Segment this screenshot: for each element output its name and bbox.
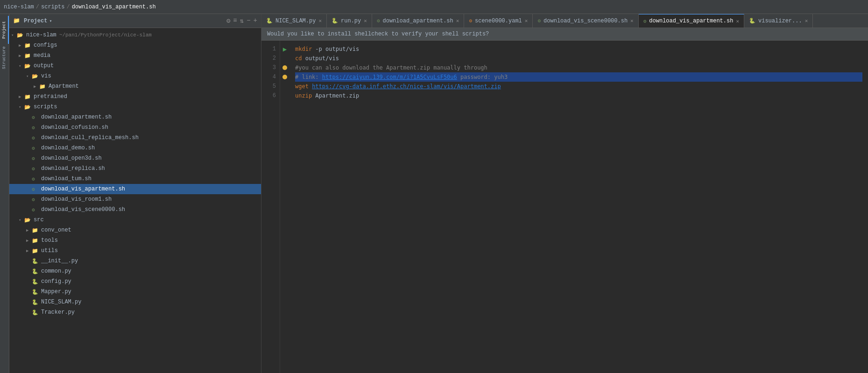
- expand-icon[interactable]: +: [254, 17, 257, 25]
- file-py-icon: 🐍: [32, 268, 39, 274]
- file-sh-icon: ⚙: [32, 197, 39, 203]
- file-py-icon: 🐍: [32, 299, 39, 305]
- tree-item-common-py[interactable]: 🐍 common.py: [9, 266, 261, 276]
- tree-label-dl-replica: download_replica.sh: [41, 165, 105, 172]
- tree-item-vis[interactable]: ▾ 📂 vis: [9, 71, 261, 81]
- tree-item-pretrained[interactable]: ▶ 📁 pretrained: [9, 91, 261, 102]
- folder-icon: 📁: [24, 42, 32, 49]
- tree-item-tools[interactable]: ▶ 📁 tools: [9, 235, 261, 246]
- tab-close-nice-slam[interactable]: ✕: [318, 18, 322, 24]
- tree-item-utils[interactable]: ▶ 📁 utils: [9, 246, 261, 256]
- tab-close-scene0000[interactable]: ✕: [525, 18, 528, 24]
- tree-label-dl-apartment: download_apartment.sh: [41, 114, 112, 120]
- run-marker-1[interactable]: ▶: [280, 44, 289, 54]
- tree-label-conv-onet: conv_onet: [41, 227, 71, 233]
- tree-item-src[interactable]: ▾ 📂 src: [9, 215, 261, 225]
- code-token: #you can also download the Apartment.zip…: [295, 63, 487, 72]
- code-url-token[interactable]: https://cvg-data.inf.ethz.ch/nice-slam/v…: [312, 82, 501, 91]
- tree-item-nice-slam-py[interactable]: 🐍 NICE_SLAM.py: [9, 297, 261, 307]
- tree-item-dl-open3d[interactable]: ⚙ download_open3d.sh: [9, 153, 261, 163]
- code-content[interactable]: mkdir -p output/vis cd output/vis #you c…: [289, 41, 868, 373]
- sort-icon[interactable]: ⇅: [240, 17, 244, 25]
- tab-dl-vis-apartment[interactable]: ⚙ download_vis_apartment.sh ✕: [639, 14, 744, 28]
- line-gutter: ▶: [280, 41, 289, 373]
- tab-sh-icon: ⚙: [643, 18, 647, 24]
- tree-item-dl-vis-scene[interactable]: ⚙ download_vis_scene0000.sh: [9, 204, 261, 215]
- tab-label-dl-vis-apartment: download_vis_apartment.sh: [649, 18, 733, 24]
- tab-visualizer[interactable]: 🐍 visualizer... ✕: [744, 14, 813, 28]
- tree-label-tracker-py: Tracker.py: [41, 309, 75, 316]
- code-token: unzip: [295, 91, 312, 100]
- tree-item-media[interactable]: ▶ 📁 media: [9, 50, 261, 61]
- tree-root-label: nice-slam: [26, 32, 56, 38]
- tree-item-dl-demo[interactable]: ⚙ download_demo.sh: [9, 143, 261, 153]
- tree-item-configs[interactable]: ▶ 📁 configs: [9, 40, 261, 50]
- chevron-down-icon: ▾: [26, 74, 31, 79]
- chevron-down-icon: ▾: [19, 218, 23, 223]
- code-url-token[interactable]: https://caiyun.139.com/m/i?1A5CvuLsF50u6: [322, 72, 457, 82]
- chevron-right-icon: ▶: [34, 84, 38, 89]
- tree-item-dl-replica[interactable]: ⚙ download_replica.sh: [9, 163, 261, 174]
- tab-download-apartment[interactable]: ⚙ download_apartment.sh ✕: [372, 14, 464, 28]
- folder-open-icon: 📂: [24, 63, 32, 69]
- tree-item-scripts[interactable]: ▾ 📂 scripts: [9, 102, 261, 112]
- tree-item-dl-tum[interactable]: ⚙ download_tum.sh: [9, 174, 261, 184]
- code-line-5: wget https://cvg-data.inf.ethz.ch/nice-s…: [295, 82, 862, 91]
- tree-item-dl-vis-room1[interactable]: ⚙ download_vis_room1.sh: [9, 194, 261, 204]
- folder-open-icon: 📂: [24, 217, 32, 223]
- code-line-1: mkdir -p output/vis: [295, 44, 862, 54]
- sidebar-item-structure[interactable]: Structure: [0, 44, 9, 72]
- code-line-3: #you can also download the Apartment.zip…: [295, 63, 862, 72]
- warning-marker-3: [280, 63, 289, 72]
- tree-label-common-py: common.py: [41, 268, 71, 274]
- tree-item-dl-vis-apartment[interactable]: ⚙ download_vis_apartment.sh: [9, 184, 261, 194]
- tree-label-mapper-py: Mapper.py: [41, 289, 71, 295]
- title-part-3: download_vis_apartment.sh: [72, 4, 156, 10]
- tab-close-visualizer[interactable]: ✕: [805, 18, 808, 24]
- tab-py-icon: 🐍: [749, 18, 755, 24]
- gutter-empty-2: [280, 54, 289, 63]
- tree-item-dl-apartment[interactable]: ⚙ download_apartment.sh: [9, 112, 261, 122]
- tree-root[interactable]: ▾ 📂 nice-slam ~/pan1/PythonProject/nice-…: [9, 30, 261, 40]
- tab-scene0000[interactable]: ⚙ scene0000.yaml ✕: [464, 14, 533, 28]
- project-panel: 📁 Project ▾ ⚙ ≡ ⇅ − + ▾ 📂 nice-slam ~/pa…: [9, 14, 261, 373]
- tree-item-output[interactable]: ▾ 📂 output: [9, 61, 261, 71]
- tab-nice-slam[interactable]: 🐍 NICE_SLAM.py ✕: [261, 14, 327, 28]
- tree-item-dl-cofusion[interactable]: ⚙ download_cofusion.sh: [9, 122, 261, 133]
- tab-close-dl-vis-scene[interactable]: ✕: [630, 18, 634, 24]
- file-sh-icon: ⚙: [32, 145, 39, 151]
- file-py-icon: 🐍: [32, 279, 39, 285]
- notification-text: Would you like to install shellcheck to …: [267, 31, 489, 37]
- warning-marker-4: [280, 72, 289, 82]
- tree-item-init-py[interactable]: 🐍 __init__.py: [9, 256, 261, 266]
- tab-close-dl-vis-apartment[interactable]: ✕: [736, 18, 739, 24]
- tree-label-output: output: [34, 63, 54, 69]
- tab-close-run[interactable]: ✕: [364, 18, 367, 24]
- file-py-icon: 🐍: [32, 289, 39, 295]
- code-token: -p: [312, 44, 325, 54]
- code-token: mkdir: [295, 44, 312, 54]
- tree-item-apartment[interactable]: ▶ 📁 Apartment: [9, 81, 261, 91]
- tree-item-tracker-py[interactable]: 🐍 Tracker.py: [9, 307, 261, 317]
- warning-dot-icon: [282, 65, 287, 70]
- equalizer-icon[interactable]: ≡: [233, 17, 237, 25]
- tab-dl-vis-scene[interactable]: ⚙ download_vis_scene0000.sh ✕: [533, 14, 638, 28]
- tree-item-conv-onet[interactable]: ▶ 📁 conv_onet: [9, 225, 261, 235]
- tab-sh-icon: ⚙: [537, 18, 541, 24]
- tab-close-download-apartment[interactable]: ✕: [456, 18, 459, 24]
- tree-item-dl-cull-replica[interactable]: ⚙ download_cull_replica_mesh.sh: [9, 133, 261, 143]
- tab-run[interactable]: 🐍 run.py ✕: [327, 14, 372, 28]
- sidebar-item-project[interactable]: Project: [0, 16, 9, 44]
- folder-icon: 📁: [32, 248, 39, 254]
- gear-icon[interactable]: ⚙: [226, 17, 230, 25]
- chevron-right-icon: ▶: [19, 43, 23, 48]
- tree-item-mapper-py[interactable]: 🐍 Mapper.py: [9, 287, 261, 297]
- chevron-icon: ▾: [11, 33, 16, 38]
- code-line-4: # link: https://caiyun.139.com/m/i?1A5Cv…: [295, 72, 862, 82]
- chevron-down-icon: ▾: [19, 63, 23, 69]
- tree-label-src: src: [34, 217, 44, 223]
- code-token: # link:: [295, 72, 322, 82]
- tree-item-config-py[interactable]: 🐍 config.py: [9, 276, 261, 287]
- collapse-icon[interactable]: −: [247, 17, 250, 25]
- tree-label-dl-vis-room1: download_vis_room1.sh: [41, 196, 112, 203]
